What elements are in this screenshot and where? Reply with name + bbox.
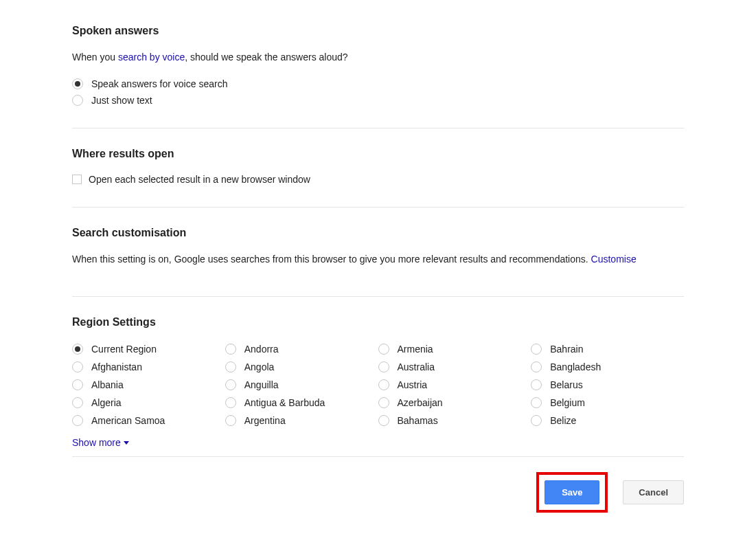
region-label: American Samoa (91, 415, 165, 426)
region-option[interactable]: Belgium (531, 396, 684, 410)
radio-icon (531, 415, 542, 426)
region-option[interactable]: Algeria (72, 396, 225, 410)
region-label: Current Region (91, 344, 157, 355)
section-search-customisation: Search customisation When this setting i… (72, 227, 684, 297)
section-divider (72, 128, 684, 129)
region-option[interactable]: Albania (72, 378, 225, 392)
region-label: Antigua & Barbuda (244, 397, 325, 408)
region-option[interactable]: Andorra (225, 342, 378, 356)
radio-icon (72, 78, 83, 89)
region-label: Austria (398, 379, 428, 390)
region-label: Afghanistan (91, 361, 142, 372)
radio-label: Speak answers for voice search (91, 78, 227, 89)
spoken-answers-title: Spoken answers (72, 25, 684, 37)
region-option[interactable]: Belarus (531, 378, 684, 392)
radio-label: Just show text (91, 95, 152, 106)
radio-icon (378, 415, 389, 426)
spoken-desc-suffix: , should we speak the answers aloud? (185, 52, 347, 63)
region-option[interactable]: Argentina (225, 414, 378, 427)
radio-icon (531, 379, 542, 390)
search-custom-desc-text: When this setting is on, Google uses sea… (72, 254, 591, 265)
region-label: Bahrain (550, 344, 583, 355)
region-label: Belize (550, 415, 576, 426)
search-customisation-desc: When this setting is on, Google uses sea… (72, 253, 684, 267)
region-option[interactable]: Angola (225, 360, 378, 374)
region-option[interactable]: Belize (531, 414, 684, 427)
region-label: Belgium (550, 397, 585, 408)
region-option[interactable]: Armenia (378, 342, 531, 356)
region-option[interactable]: Antigua & Barbuda (225, 396, 378, 410)
radio-icon (531, 361, 542, 372)
region-option[interactable]: Azerbaijan (378, 396, 531, 410)
where-results-open-title: Where results open (72, 148, 684, 160)
region-label: Bahamas (398, 415, 438, 426)
region-label: Albania (91, 379, 124, 390)
radio-icon (225, 344, 236, 355)
region-settings-title: Region Settings (72, 316, 684, 328)
region-label: Azerbaijan (398, 397, 443, 408)
radio-icon (225, 415, 236, 426)
radio-icon (531, 397, 542, 408)
cancel-button[interactable]: Cancel (623, 480, 684, 504)
radio-icon (531, 344, 542, 355)
region-label: Armenia (398, 344, 433, 355)
region-label: Argentina (244, 415, 286, 426)
button-row: Save Cancel (72, 457, 684, 513)
section-divider (72, 207, 684, 208)
region-option[interactable]: Bahrain (531, 342, 684, 356)
caret-down-icon (124, 441, 129, 445)
radio-icon (378, 379, 389, 390)
region-option[interactable]: Anguilla (225, 378, 378, 392)
region-option[interactable]: American Samoa (72, 414, 225, 427)
region-option[interactable]: Austria (378, 378, 531, 392)
radio-icon (378, 344, 389, 355)
region-label: Anguilla (244, 379, 279, 390)
region-option[interactable]: Bangladesh (531, 360, 684, 374)
region-label: Angola (244, 361, 275, 372)
spoken-answers-desc: When you search by voice, should we spea… (72, 51, 684, 65)
radio-icon (225, 379, 236, 390)
region-option[interactable]: Current Region (72, 342, 225, 356)
region-grid: Current RegionAndorraArmeniaBahrainAfgha… (72, 342, 684, 427)
radio-icon (225, 361, 236, 372)
section-divider (72, 296, 684, 297)
region-option[interactable]: Australia (378, 360, 531, 374)
radio-icon (72, 95, 83, 106)
radio-icon (378, 397, 389, 408)
region-label: Andorra (244, 344, 279, 355)
checkbox-icon (72, 175, 82, 184)
radio-icon (225, 397, 236, 408)
search-by-voice-link[interactable]: search by voice (118, 52, 185, 63)
section-where-results-open: Where results open Open each selected re… (72, 148, 684, 207)
region-label: Australia (398, 361, 435, 372)
save-button[interactable]: Save (545, 480, 599, 504)
section-region-settings: Region Settings Current RegionAndorraArm… (72, 316, 684, 456)
spoken-desc-prefix: When you (72, 52, 118, 63)
region-option[interactable]: Bahamas (378, 414, 531, 427)
save-highlight-box: Save (536, 472, 608, 513)
show-more-link[interactable]: Show more (72, 437, 129, 448)
checkbox-open-new-window[interactable]: Open each selected result in a new brows… (72, 174, 684, 185)
radio-just-show-text[interactable]: Just show text (72, 95, 684, 106)
section-spoken-answers: Spoken answers When you search by voice,… (72, 25, 684, 128)
search-customisation-title: Search customisation (72, 227, 684, 239)
radio-icon (72, 379, 83, 390)
region-label: Belarus (550, 379, 582, 390)
show-more-label: Show more (72, 437, 121, 448)
region-label: Algeria (91, 397, 122, 408)
checkbox-label: Open each selected result in a new brows… (89, 174, 310, 185)
customise-link[interactable]: Customise (591, 254, 637, 265)
radio-speak-answers[interactable]: Speak answers for voice search (72, 78, 684, 89)
radio-icon (72, 344, 83, 355)
region-option[interactable]: Afghanistan (72, 360, 225, 374)
radio-icon (72, 415, 83, 426)
radio-icon (378, 361, 389, 372)
radio-icon (72, 397, 83, 408)
region-label: Bangladesh (550, 361, 601, 372)
radio-icon (72, 361, 83, 372)
